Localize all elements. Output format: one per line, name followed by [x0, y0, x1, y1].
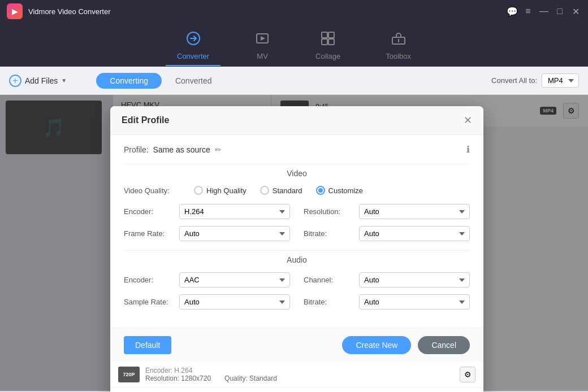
- radio-standard: [260, 186, 269, 195]
- video-bitrate-label: Bitrate:: [304, 229, 354, 238]
- video-bitrate-select[interactable]: Auto 1000k 2000k: [359, 226, 470, 241]
- nav-item-collage[interactable]: Collage: [304, 27, 352, 66]
- quality-standard[interactable]: Standard: [260, 186, 302, 195]
- preset-badge-720p: 720P: [118, 367, 140, 382]
- dialog-body: Profile: Same as source ✏ ℹ Video Video …: [110, 135, 483, 328]
- channel-select[interactable]: Auto Stereo Mono: [359, 272, 470, 288]
- audio-bitrate-select[interactable]: Auto 128k 256k: [359, 294, 470, 310]
- titlebar: ▶ Vidmore Video Converter 💬 ≡ — □ ✕: [0, 0, 588, 23]
- audio-encoder-select[interactable]: AAC MP3 AC3: [179, 272, 290, 288]
- svg-rect-3: [328, 32, 334, 38]
- app-title: Vidmore Video Converter: [28, 7, 111, 16]
- divider-1: [124, 164, 470, 164]
- svg-rect-4: [322, 39, 327, 45]
- info-icon[interactable]: ℹ: [466, 144, 470, 155]
- audio-section-title: Audio: [124, 255, 470, 264]
- convert-all-label: Convert All to:: [491, 76, 537, 85]
- nav-item-toolbox[interactable]: Toolbox: [374, 27, 422, 66]
- preset-gear-720p[interactable]: ⚙: [460, 367, 475, 382]
- encoder-select[interactable]: H.264 H.265 MPEG-4: [179, 204, 290, 219]
- default-button[interactable]: Default: [124, 336, 171, 354]
- create-new-button[interactable]: Create New: [342, 336, 411, 354]
- edit-profile-dialog: Edit Profile ✕ Profile: Same as source ✏…: [110, 106, 483, 392]
- edit-profile-icon[interactable]: ✏: [215, 145, 222, 154]
- add-files-plus-icon: +: [9, 75, 21, 87]
- quality-customize-label: Customize: [328, 186, 363, 195]
- audio-encoder-row: Encoder: AAC MP3 AC3: [124, 272, 290, 288]
- video-form-grid: Encoder: H.264 H.265 MPEG-4 Resolution: …: [124, 204, 470, 241]
- convert-all-section: Convert All to: MP4 MKV AVI MOV MP3: [491, 73, 579, 88]
- video-section-title: Video: [124, 169, 470, 178]
- encoder-row: Encoder: H.264 H.265 MPEG-4: [124, 204, 290, 219]
- maximize-icon[interactable]: □: [554, 6, 565, 16]
- audio-bitrate-label: Bitrate:: [304, 298, 354, 306]
- app-logo: ▶: [7, 3, 23, 19]
- radio-customize: [316, 186, 325, 195]
- video-quality-row: Video Quality: High Quality Standard Cus…: [124, 186, 470, 195]
- preset-meta-720p: Resolution: 1280x720 Quality: Standard: [145, 374, 454, 382]
- video-bitrate-row: Bitrate: Auto 1000k 2000k: [304, 226, 470, 241]
- channel-label: Channel:: [304, 276, 354, 284]
- close-icon[interactable]: ✕: [570, 6, 581, 17]
- frame-rate-row: Frame Rate: Auto 24 30 60: [124, 226, 290, 241]
- minimize-icon[interactable]: —: [538, 6, 550, 16]
- menu-icon[interactable]: ≡: [522, 6, 534, 16]
- cancel-button[interactable]: Cancel: [418, 336, 470, 354]
- encoder-label: Encoder:: [124, 207, 175, 216]
- format-select[interactable]: MP4 MKV AVI MOV MP3: [542, 73, 579, 88]
- profile-row: Profile: Same as source ✏ ℹ: [124, 144, 470, 155]
- dialog-title: Edit Profile: [122, 115, 169, 125]
- nav-item-mv[interactable]: MV: [243, 27, 282, 66]
- tab-converting[interactable]: Converting: [96, 73, 162, 89]
- channel-row: Channel: Auto Stereo Mono: [304, 272, 470, 288]
- quality-customize[interactable]: Customize: [316, 186, 363, 195]
- radio-high: [194, 186, 203, 195]
- video-quality-label: Video Quality:: [124, 186, 180, 195]
- add-files-chevron: ▼: [61, 77, 67, 84]
- preset-encoder-720p: Encoder: H.264: [145, 367, 454, 374]
- audio-bitrate-row: Bitrate: Auto 128k 256k: [304, 294, 470, 310]
- dialog-footer: Default Create New Cancel: [110, 328, 483, 362]
- preset-quality-720p: Quality: Standard: [224, 374, 277, 382]
- dialog-header: Edit Profile ✕: [110, 106, 483, 135]
- audio-form-grid: Encoder: AAC MP3 AC3 Channel: Auto Stere…: [124, 272, 470, 310]
- nav-label-collage: Collage: [315, 52, 340, 60]
- quality-high[interactable]: High Quality: [194, 186, 247, 195]
- converter-icon: [185, 31, 201, 50]
- nav-label-mv: MV: [257, 52, 268, 60]
- collage-icon: [320, 31, 336, 50]
- toolbox-icon: [391, 31, 407, 50]
- nav-label-converter: Converter: [177, 52, 209, 60]
- titlebar-controls: 💬 ≡ — □ ✕: [507, 6, 581, 17]
- preset-list: 720P Encoder: H.264 Resolution: 1280x720…: [110, 362, 483, 392]
- preset-item-720p: 720P Encoder: H.264 Resolution: 1280x720…: [110, 362, 483, 387]
- resolution-select[interactable]: Auto 1920x1080 1280x720: [359, 204, 470, 219]
- frame-rate-label: Frame Rate:: [124, 229, 175, 238]
- sample-rate-select[interactable]: Auto 44100 48000: [179, 294, 290, 310]
- svg-rect-2: [322, 32, 327, 38]
- resolution-row: Resolution: Auto 1920x1080 1280x720: [304, 204, 470, 219]
- resolution-label: Resolution:: [304, 207, 354, 216]
- dialog-overlay: Edit Profile ✕ Profile: Same as source ✏…: [0, 95, 588, 391]
- sample-rate-label: Sample Rate:: [124, 298, 175, 306]
- divider-2: [124, 250, 470, 251]
- quality-standard-label: Standard: [273, 186, 302, 195]
- audio-encoder-label: Encoder:: [124, 276, 175, 284]
- main-content: 🎵 HEVC MKV AVI FLV/F4V 🎵 0:45 Auto MP4 ⚙: [0, 95, 588, 391]
- tab-converted[interactable]: Converted: [162, 73, 226, 89]
- sample-rate-row: Sample Rate: Auto 44100 48000: [124, 294, 290, 310]
- add-files-button[interactable]: + Add Files ▼: [9, 75, 67, 87]
- toolbar: + Add Files ▼ Converting Converted Conve…: [0, 67, 588, 95]
- nav-bar: Converter MV Collage: [0, 23, 588, 67]
- preset-info-720p: Encoder: H.264 Resolution: 1280x720 Qual…: [145, 367, 454, 382]
- nav-label-toolbox: Toolbox: [386, 52, 411, 60]
- quality-high-label: High Quality: [206, 186, 247, 195]
- profile-value: Same as source: [153, 145, 210, 154]
- profile-label: Profile:: [124, 145, 149, 154]
- frame-rate-select[interactable]: Auto 24 30 60: [179, 226, 290, 241]
- preset-resolution-720p: Resolution: 1280x720: [145, 374, 211, 382]
- nav-item-converter[interactable]: Converter: [166, 27, 220, 66]
- preset-item-640p: 640P Encoder: H.264 Resolution: 960x640 …: [110, 387, 483, 392]
- chat-icon[interactable]: 💬: [507, 6, 518, 17]
- dialog-close-button[interactable]: ✕: [464, 114, 472, 127]
